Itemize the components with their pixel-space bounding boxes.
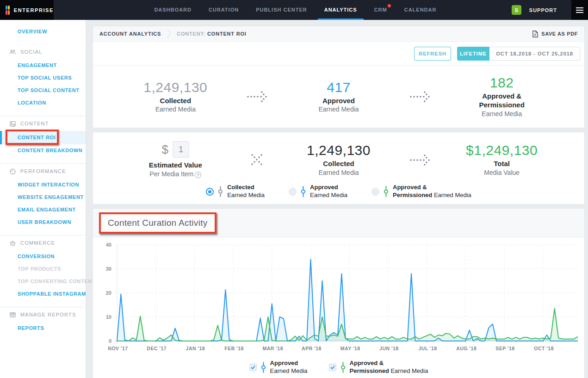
stat-sublabel: Earned Media <box>112 105 239 114</box>
brand[interactable]: ENTERPRISE <box>0 0 54 20</box>
funnel-stat-approved-permissioned: 182Approved &PermissionedEarned Media <box>439 75 565 118</box>
sidebar-item-website-engagement[interactable]: WEBSITE ENGAGEMENT <box>0 191 86 204</box>
sidebar-item-reports[interactable]: REPORTS <box>0 322 86 335</box>
avatar[interactable]: S <box>512 5 521 15</box>
save-as-pdf-button[interactable]: SAVE AS PDF <box>532 31 578 37</box>
nav-item-calendar[interactable]: CALENDAR <box>404 0 437 20</box>
nav-item-crm[interactable]: CRM <box>374 0 387 20</box>
support-link[interactable]: SUPPORT <box>529 7 557 13</box>
sidebar-section-label: COMMERCE <box>20 240 55 246</box>
stat-label: Collected <box>112 97 239 105</box>
app-root: ENTERPRISE DASHBOARDCURATIONPUBLISH CENT… <box>0 0 588 378</box>
sidebar-item-top-social-content[interactable]: TOP SOCIAL CONTENT <box>0 84 86 97</box>
roi-row: $ 1 Estimated Value Per Media Item? 1,24… <box>112 139 565 181</box>
breadcrumb-root[interactable]: ACCOUNT ANALYTICS <box>99 31 161 37</box>
stat-sublabel: Earned Media <box>276 105 402 114</box>
radio-button[interactable] <box>206 188 214 196</box>
date-range-group: LIFETIME OCT 18,2018 - OCT 25,2018 <box>457 47 580 61</box>
legend-checkbox[interactable] <box>249 364 257 371</box>
estimated-value-control: $ 1 <box>112 141 239 158</box>
svg-text:MAR '18: MAR '18 <box>263 346 284 351</box>
help-icon[interactable]: ? <box>195 172 201 178</box>
legend-item-approved[interactable]: ApprovedEarned Media <box>249 359 308 375</box>
nav-item-analytics[interactable]: ANALYTICS <box>324 0 357 20</box>
users-icon <box>9 49 16 56</box>
sidebar-item-overview[interactable]: OVERVIEW <box>0 25 86 38</box>
chart-title: Content Curation Activity <box>108 218 208 228</box>
basket-icon <box>9 240 16 247</box>
svg-text:MAY '18: MAY '18 <box>340 346 360 351</box>
stat-sublabel: Media Value <box>439 168 565 177</box>
radio-option-collected[interactable]: CollectedEarned Media <box>206 184 265 199</box>
radio-button[interactable] <box>371 188 379 196</box>
multiply-dots-icon <box>239 153 276 167</box>
sidebar-item-content-breakdown[interactable]: CONTENT BREAKDOWN <box>0 144 86 157</box>
radio-option-approved-permissioned[interactable]: Approved &Permissioned Earned Media <box>371 184 471 199</box>
sidebar-item-widget-interaction[interactable]: WIDGET INTERACTION <box>0 179 86 191</box>
svg-text:JUL '18: JUL '18 <box>418 346 437 351</box>
sidebar-section-content: CONTENT <box>0 119 86 128</box>
brand-name: ENTERPRISE <box>14 7 54 13</box>
nav-item-publish-center[interactable]: PUBLISH CENTER <box>256 0 307 20</box>
funnel-panel: 1,249,130CollectedEarned Media417Approve… <box>93 65 584 128</box>
chart-header: Content Curation Activity <box>93 209 584 237</box>
sidebar-divider <box>0 163 86 164</box>
estimated-value-input[interactable]: 1 <box>173 141 189 158</box>
svg-text:DEC '17: DEC '17 <box>147 346 167 351</box>
media-type-radio-group: CollectedEarned MediaApprovedEarned Medi… <box>112 181 565 200</box>
option-label: CollectedEarned Media <box>227 184 265 199</box>
sidebar-item-user-breakdown[interactable]: USER BREAKDOWN <box>0 216 86 229</box>
nav-item-curation[interactable]: CURATION <box>209 0 239 20</box>
date-range-field[interactable]: OCT 18,2018 - OCT 25,2018 <box>489 47 580 61</box>
currency-symbol: $ <box>162 143 168 157</box>
series-area-0 <box>117 259 578 341</box>
legend-checkbox[interactable] <box>329 364 336 371</box>
svg-text:20: 20 <box>106 290 111 296</box>
option-label: Approved &Permissioned Earned Media <box>350 359 428 375</box>
sidebar-item-engagement[interactable]: ENGAGEMENT <box>0 59 86 72</box>
series-marker-icon <box>340 361 346 373</box>
table-icon <box>9 311 16 318</box>
series-marker-icon <box>218 186 223 198</box>
arrow-right-dots-icon <box>409 90 431 104</box>
sidebar-divider <box>0 235 86 235</box>
nav-right: S SUPPORT <box>512 0 588 20</box>
roi-panel: $ 1 Estimated Value Per Media Item? 1,24… <box>93 132 585 204</box>
sidebar-section-manage-reports: MANAGE REPORTS <box>0 310 86 319</box>
series-marker-icon <box>261 361 266 373</box>
series-line-0 <box>117 259 578 341</box>
chart-body: 010203040NOV '17DEC '17JAN '18FEB '18MAR… <box>93 237 584 356</box>
stat-label: Approved &Permissioned <box>439 92 565 110</box>
radio-option-approved[interactable]: ApprovedEarned Media <box>289 184 347 199</box>
breadcrumb-current: CONTENT: CONTENT ROI <box>177 31 246 37</box>
radio-button[interactable] <box>289 188 297 196</box>
gauge-icon <box>9 168 16 175</box>
collected-stat: 1,249,130 Collected Earned Media <box>276 143 402 177</box>
svg-text:SEP '18: SEP '18 <box>495 346 514 351</box>
stat-label: Estimated Value <box>112 161 239 170</box>
svg-text:AUG '18: AUG '18 <box>456 346 477 351</box>
sidebar-item-content-roi[interactable]: CONTENT ROI <box>0 131 86 144</box>
sidebar-item-shoppable-instagram[interactable]: SHOPPABLE INSTAGRAM <box>0 288 86 300</box>
save-as-pdf-label: SAVE AS PDF <box>541 31 578 37</box>
funnel-arrow <box>239 90 276 104</box>
sidebar-item-top-products: TOP PRODUCTS <box>0 263 86 275</box>
nav-item-dashboard[interactable]: DASHBOARD <box>154 0 192 20</box>
multiply-dots-icon <box>247 153 268 167</box>
lifetime-button[interactable]: LIFETIME <box>457 47 489 61</box>
funnel-arrow <box>402 90 439 104</box>
refresh-button[interactable]: REFRESH <box>414 47 451 61</box>
hamburger-menu-button[interactable] <box>571 0 588 20</box>
controls-bar: REFRESH LIFETIME OCT 18,2018 - OCT 25,20… <box>93 42 584 65</box>
svg-text:30: 30 <box>106 266 111 272</box>
legend-item-approved-permissioned[interactable]: Approved &Permissioned Earned Media <box>329 359 428 375</box>
sidebar-item-email-engagement[interactable]: EMAIL ENGAGEMENT <box>0 204 86 216</box>
sidebar-item-top-social-users[interactable]: TOP SOCIAL USERS <box>0 72 86 84</box>
sidebar-item-location[interactable]: LOCATION <box>0 97 86 109</box>
sidebar-divider <box>0 307 86 307</box>
sidebar: OVERVIEWSOCIALENGAGEMENTTOP SOCIAL USERS… <box>0 20 86 378</box>
top-nav: ENTERPRISE DASHBOARDCURATIONPUBLISH CENT… <box>0 0 588 20</box>
sidebar-item-conversion[interactable]: CONVERSION <box>0 250 86 263</box>
svg-text:NOV '17: NOV '17 <box>108 346 128 351</box>
funnel-stat-approved: 417ApprovedEarned Media <box>276 80 402 114</box>
